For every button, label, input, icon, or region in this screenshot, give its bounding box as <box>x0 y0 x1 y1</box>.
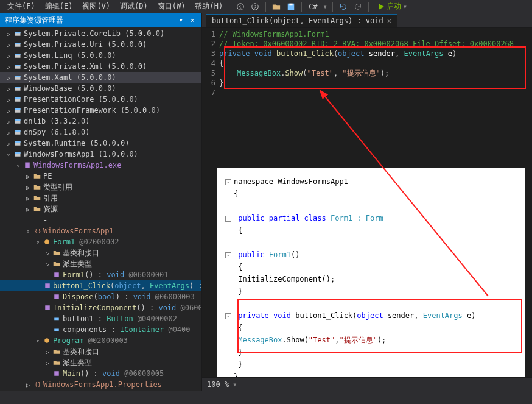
menu-debug[interactable]: 调试(D) <box>115 0 153 13</box>
editor-tab[interactable]: button1_Click(object, EventArgs) : void … <box>206 14 397 27</box>
expand-icon[interactable]: ▿ <box>24 227 32 235</box>
expand-icon[interactable]: ▷ <box>24 381 32 388</box>
tree-item[interactable]: ▷netstandard (2.1.0.0) <box>0 390 201 391</box>
dropdown-icon[interactable]: ▾ <box>179 16 183 24</box>
language-selector[interactable]: C# <box>307 2 319 11</box>
expand-icon[interactable]: ▷ <box>24 194 32 202</box>
asm-icon <box>13 29 22 38</box>
menu-file[interactable]: 文件(F) <box>2 0 40 13</box>
menu-window[interactable]: 窗口(W) <box>153 0 191 13</box>
expand-icon[interactable]: ▷ <box>24 183 32 191</box>
tree-item[interactable]: InitializeComponent() : void @0600 <box>0 302 201 313</box>
tree-item[interactable]: button1_Click(object, EventArgs) : <box>0 280 201 291</box>
tree-item[interactable]: ▷PresentationFramework (5.0.0.0) <box>0 105 201 116</box>
menu-edit[interactable]: 编辑(E) <box>40 0 78 13</box>
sidebar-header: 程序集资源管理器 ▾ ✕ <box>0 13 201 27</box>
tree-item[interactable]: ▷PE <box>0 171 201 182</box>
tree-item[interactable]: Main() : void @06000005 <box>0 368 201 379</box>
close-icon[interactable]: ✕ <box>188 16 197 24</box>
forward-icon[interactable] <box>250 1 261 12</box>
tree-item[interactable]: ▷{}WindowsFormsApp1.Properties <box>0 379 201 390</box>
asm-icon <box>13 62 22 71</box>
expand-icon[interactable]: ▷ <box>5 107 12 114</box>
tree-item[interactable]: button1 : Button @04000002 <box>0 313 201 324</box>
tab-close-icon[interactable]: ✕ <box>387 16 391 25</box>
tree-item[interactable]: ▷类型引用 <box>0 182 201 193</box>
expand-icon[interactable]: ▷ <box>5 85 12 92</box>
tree-item[interactable]: ▷派生类型 <box>0 357 201 368</box>
redo-icon[interactable] <box>352 1 363 12</box>
tree-item[interactable]: ▷dnlib (3.3.2.0) <box>0 116 201 127</box>
tree-item[interactable]: ▿WindowsFormsApp1 (1.0.0.0) <box>0 149 201 160</box>
back-icon[interactable] <box>235 1 246 12</box>
tree-item[interactable]: components : IContainer @0400 <box>0 324 201 335</box>
expand-icon[interactable]: ▿ <box>5 151 12 158</box>
expand-icon[interactable]: ▷ <box>44 260 51 268</box>
tree-item[interactable]: ▷基类和接口 <box>0 346 201 357</box>
tree-item[interactable]: ▷资源 <box>0 204 201 214</box>
tree-item[interactable]: Dispose(bool) : void @06000003 <box>0 291 201 302</box>
svg-rect-33 <box>54 294 59 299</box>
svg-rect-32 <box>45 283 50 288</box>
tree-item[interactable]: Form1() : void @06000001 <box>0 269 201 280</box>
svg-point-30 <box>44 239 49 244</box>
fold-icon[interactable]: - <box>225 179 231 185</box>
expand-icon[interactable]: ▿ <box>34 337 41 344</box>
tree-item[interactable]: ▿WindowsFormsApp1.exe <box>0 160 201 171</box>
expand-icon[interactable]: ▷ <box>5 74 12 81</box>
tree-item[interactable]: ▷System.Runtime (5.0.0.0) <box>0 138 201 149</box>
asm-icon <box>13 40 22 49</box>
expand-icon[interactable]: ▷ <box>5 30 12 37</box>
undo-icon[interactable] <box>338 1 349 12</box>
open-icon[interactable] <box>271 1 282 12</box>
expand-icon[interactable]: ▷ <box>44 348 51 355</box>
tree-item[interactable]: ▷基类和接口 <box>0 247 201 258</box>
expand-icon[interactable]: ▷ <box>5 52 12 59</box>
expand-icon[interactable]: ▷ <box>24 172 32 180</box>
tree-item[interactable]: - <box>0 214 201 225</box>
menu-view[interactable]: 视图(V) <box>77 0 115 13</box>
tree-item[interactable]: ▷dnSpy (6.1.8.0) <box>0 127 201 138</box>
method-icon <box>52 292 61 301</box>
expand-icon[interactable]: ▿ <box>15 161 22 169</box>
save-icon[interactable] <box>285 1 296 12</box>
menu-help[interactable]: 帮助(H) <box>190 0 228 13</box>
tree-item[interactable]: ▷System.Private.Xml (5.0.0.0) <box>0 61 201 72</box>
tree-item[interactable]: ▷WindowsBase (5.0.0.0) <box>0 83 201 94</box>
expand-icon[interactable]: ▷ <box>24 205 32 213</box>
expand-icon[interactable]: ▷ <box>5 129 12 136</box>
expand-icon[interactable]: ▷ <box>5 41 12 48</box>
expand-icon[interactable]: ▷ <box>44 359 51 366</box>
zoom-dropdown-icon[interactable]: ▾ <box>233 380 237 389</box>
tree-item[interactable]: ▿Program @02000003 <box>0 335 201 346</box>
tree-item[interactable]: ▿{}WindowsFormsApp1 <box>0 225 201 236</box>
exe-icon <box>23 161 32 169</box>
expand-icon[interactable]: ▷ <box>5 140 12 147</box>
tree-item[interactable]: ▷PresentationCore (5.0.0.0) <box>0 94 201 105</box>
tree-item[interactable]: ▷System.Private.Uri (5.0.0.0) <box>0 39 201 50</box>
asm-icon <box>13 95 22 104</box>
expand-icon[interactable]: ▷ <box>5 96 12 103</box>
tree-label: System.Linq (5.0.0.0) <box>24 51 116 60</box>
field-icon <box>52 314 61 323</box>
expand-icon[interactable]: ▷ <box>5 63 12 70</box>
tree-item[interactable]: ▷System.Linq (5.0.0.0) <box>0 50 201 61</box>
dark-code-editor[interactable]: 1234567 // WindowsFormsApp1.Form1// Toke… <box>202 28 532 97</box>
svg-point-1 <box>252 3 259 10</box>
expand-icon[interactable]: ▷ <box>5 118 12 125</box>
tree-item[interactable]: ▷派生类型 <box>0 258 201 269</box>
start-button[interactable]: 启动 ▾ <box>374 1 411 12</box>
zoom-level[interactable]: 100 % <box>207 380 229 389</box>
expand-icon[interactable]: ▷ <box>44 249 51 257</box>
ns-icon: {} <box>33 380 41 389</box>
tree-item[interactable]: ▷引用 <box>0 193 201 204</box>
field-icon <box>52 325 61 334</box>
asm-icon <box>13 128 22 136</box>
svg-rect-15 <box>15 87 21 88</box>
tree-item[interactable]: ▷System.Private.CoreLib (5.0.0.0) <box>0 28 201 39</box>
assembly-tree[interactable]: ▷System.Private.CoreLib (5.0.0.0)▷System… <box>0 27 201 391</box>
expand-icon[interactable]: ▿ <box>34 238 41 246</box>
tree-item[interactable]: ▷System.Xaml (5.0.0.0) <box>0 72 201 83</box>
asm-icon <box>13 51 22 60</box>
tree-item[interactable]: ▿Form1 @02000002 <box>0 236 201 247</box>
